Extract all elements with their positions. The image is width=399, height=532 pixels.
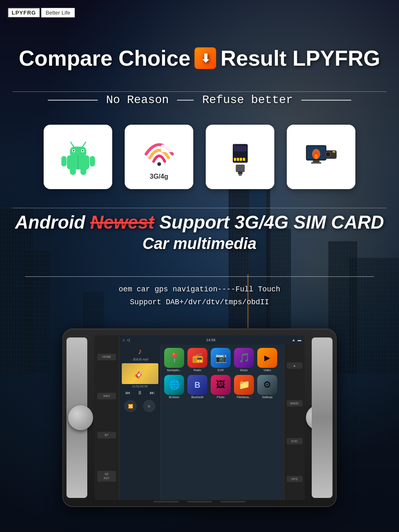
screen-content: ♪ - 喜欢你.mp3 🎸 01:51/03:59 ⏮ ⏸ ⏭ (119, 345, 305, 500)
wifi-3g-icon (140, 133, 178, 171)
subtitle-line-mid (177, 100, 194, 101)
video-label: Video (264, 369, 271, 372)
svg-point-28 (314, 154, 318, 158)
app-navigation[interactable]: 📍 Navigatio... (164, 348, 184, 372)
back-status-icon: ◁ (127, 338, 130, 342)
headline-compare: Compare Choice (19, 46, 190, 71)
player-bottom: 🔀 ≡ (121, 400, 158, 412)
app-dvr[interactable]: 📷 DVR (211, 348, 231, 372)
bluetooth-label: Bluetooth (191, 396, 204, 399)
radio-label: Radio (194, 369, 201, 372)
radio-icon: 📻 (187, 348, 207, 368)
brand-logo: LPYFRG (7, 7, 40, 18)
app-browser[interactable]: 🌐 Browser (164, 375, 184, 399)
photo-icon: 🖼 (211, 375, 231, 395)
navi-button[interactable]: NAVI (97, 393, 116, 399)
subtitle-line-left (48, 100, 98, 101)
svg-rect-23 (239, 174, 241, 176)
svg-rect-20 (234, 146, 246, 152)
battery-status-icon: ▬ (298, 338, 301, 342)
player-icon1[interactable]: 🔀 (124, 400, 137, 412)
gps-button[interactable]: GPS (287, 476, 303, 483)
pause-button[interactable]: ⏸ (137, 390, 142, 396)
home-button[interactable]: HOME (97, 354, 116, 360)
player-icon2[interactable]: ≡ (143, 400, 155, 412)
bt-button[interactable]: BT (97, 432, 116, 438)
band-button[interactable]: BAND (287, 400, 303, 407)
feature-dvr (287, 125, 355, 189)
song-name: - 喜欢你.mp3 (121, 357, 158, 362)
svg-rect-14 (161, 145, 174, 152)
app-music[interactable]: 🎵 Music (234, 348, 254, 372)
mini-player[interactable]: ♪ - 喜欢你.mp3 🎸 01:51/03:59 ⏮ ⏸ ⏭ (119, 345, 161, 500)
right-button-panel: ▲ BAND DVD GPS (284, 345, 305, 500)
next-button[interactable]: ⏭ (150, 390, 155, 396)
nav-label: Navigatio... (167, 369, 181, 372)
browser-icon: 🌐 (164, 375, 184, 395)
settings-label: Settings (262, 396, 272, 399)
dvd-button[interactable]: DVD (287, 438, 303, 445)
left-knob[interactable] (68, 405, 93, 430)
description-section: oem car gps navigation----Full Touch Sup… (0, 276, 399, 308)
svg-point-13 (157, 162, 161, 166)
divider-mid (12, 208, 387, 208)
app-filemanager[interactable]: 📁 FileMana... (234, 375, 254, 399)
arrow-icon: ⬇ (195, 47, 216, 69)
svg-rect-8 (61, 156, 66, 166)
newest-label: Newest (90, 212, 154, 232)
music-icon: 🎵 (234, 348, 254, 368)
android-robot-icon (59, 138, 97, 176)
file-label: FileMana... (237, 396, 251, 399)
main-headline: Compare Choice ⬇ Result LPYFRG (0, 46, 399, 71)
svg-rect-11 (80, 167, 86, 175)
app-bluetooth[interactable]: B Bluetooth (187, 375, 207, 399)
radio-screen-area: HOME NAVI BT SDRST ⌂ ◁ 14:56 (94, 335, 305, 500)
android-subtitle: Car multimedia (0, 235, 399, 253)
subtitle-left: No Reason (98, 94, 177, 106)
file-icon: 📁 (234, 375, 254, 395)
desc-line2: Support DAB+/dvr/dtv/tmps/obdII (25, 296, 374, 309)
prev-button[interactable]: ⏮ (125, 390, 130, 396)
headline-result: Result LPYFRG (220, 46, 380, 71)
svg-rect-10 (70, 167, 76, 175)
android-label: Android (15, 212, 90, 232)
app-settings[interactable]: ⚙ Settings (257, 375, 277, 399)
app-row-1: 📍 Navigatio... 📻 Radio 📷 DVR (164, 348, 281, 372)
svg-rect-16 (234, 158, 236, 160)
car-unit: HOME NAVI BT SDRST ⌂ ◁ 14:56 (62, 328, 337, 520)
music-note-icon: ♪ (121, 347, 158, 356)
right-knob[interactable] (306, 405, 331, 430)
divider-top (12, 91, 387, 92)
svg-line-7 (82, 142, 85, 147)
status-left: ⌂ ◁ (123, 338, 130, 342)
feature-3g4g: 3G/4g (125, 125, 193, 189)
app-radio[interactable]: 📻 Radio (187, 348, 207, 372)
svg-point-34 (327, 153, 328, 155)
android-title-main: Android Newest Support 3G/4G SIM CARD (0, 212, 399, 233)
svg-rect-22 (238, 171, 242, 174)
up-button[interactable]: ▲ (287, 362, 303, 369)
svg-point-4 (73, 150, 74, 151)
android-section: Android Newest Support 3G/4G SIM CARD Ca… (0, 212, 399, 253)
app-row-2: 🌐 Browser B Bluetooth 🖼 Photo (164, 375, 281, 399)
player-controls[interactable]: ⏮ ⏸ ⏭ (121, 390, 158, 396)
app-video[interactable]: ▶ Video (257, 348, 277, 372)
video-icon: ▶ (257, 348, 277, 368)
feature-icons-row: 3G/4g (0, 125, 399, 189)
svg-rect-9 (89, 156, 95, 166)
svg-rect-36 (332, 151, 335, 153)
svg-rect-29 (313, 160, 319, 162)
dvr-icon: 📷 (211, 348, 231, 368)
song-time: 01:51/03:59 (121, 385, 158, 388)
status-right-icons: ▲ ▬ (292, 338, 301, 342)
logo-area: LPYFRG Better Life (7, 7, 75, 18)
home-status-icon: ⌂ (123, 338, 125, 342)
svg-rect-21 (236, 165, 245, 172)
music-label: Music (240, 369, 248, 372)
sd-rst-button[interactable]: SDRST (97, 471, 116, 482)
vent-3 (220, 501, 245, 502)
sdcard-icon (222, 138, 259, 176)
svg-rect-17 (236, 158, 239, 160)
app-photo[interactable]: 🖼 Photo (211, 375, 231, 399)
bluetooth-icon: B (187, 375, 207, 395)
